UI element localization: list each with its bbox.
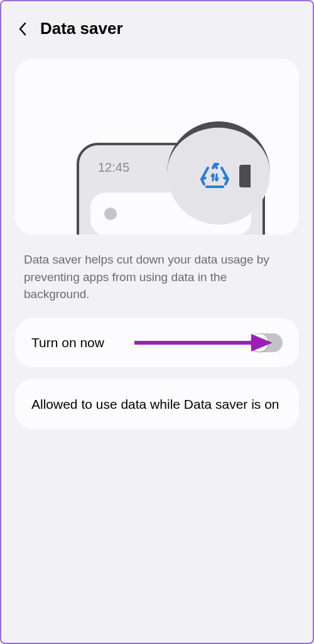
page-title: Data saver — [40, 19, 123, 38]
turn-on-now-label: Turn on now — [31, 335, 104, 350]
battery-icon — [239, 165, 251, 187]
turn-on-now-toggle[interactable] — [250, 333, 283, 352]
data-saver-triangle-icon — [199, 162, 230, 191]
page-header: Data saver — [1, 1, 313, 50]
allowed-apps-label: Allowed to use data while Data saver is … — [31, 395, 283, 413]
zoom-circle — [167, 121, 270, 225]
turn-on-now-row[interactable]: Turn on now — [15, 318, 299, 367]
toggle-knob — [251, 334, 268, 352]
chevron-left-icon — [18, 21, 28, 36]
allowed-apps-row[interactable]: Allowed to use data while Data saver is … — [15, 379, 299, 430]
back-button[interactable] — [15, 21, 30, 36]
description-text: Data saver helps cut down your data usag… — [1, 235, 313, 318]
illustration-card: 12:45 — [15, 58, 299, 235]
phone-dot-icon — [104, 208, 117, 220]
